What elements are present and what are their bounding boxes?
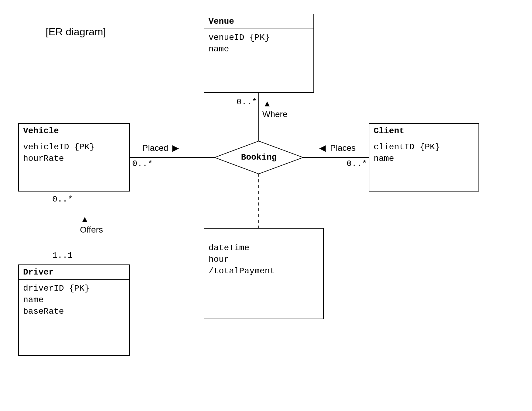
placed-label: Placed ▶: [142, 143, 179, 153]
vehicle-attr: hourRate: [23, 153, 125, 164]
vehicle-entity: Vehicle vehicleID {PK} hourRate: [18, 123, 130, 192]
assoc-attrs: dateTime hour /totalPayment: [204, 239, 323, 280]
driver-entity: Driver driverID {PK} name baseRate: [18, 264, 130, 356]
arrow-left-icon: ◀: [319, 143, 326, 153]
venue-multiplicity: 0..*: [237, 97, 257, 107]
booking-assoc-class: dateTime hour /totalPayment: [204, 228, 324, 319]
client-title: Client: [369, 124, 478, 138]
vehicle-offers-multiplicity: 0..*: [52, 195, 73, 204]
places-label: ◀ Places: [319, 143, 356, 153]
client-attr: clientID {PK}: [374, 141, 474, 153]
venue-attrs: venueID {PK} name: [204, 29, 313, 58]
venue-entity: Venue venueID {PK} name: [204, 14, 314, 93]
venue-title: Venue: [204, 14, 313, 29]
driver-attrs: driverID {PK} name baseRate: [19, 280, 129, 320]
vehicle-attr: vehicleID {PK}: [23, 141, 125, 153]
client-attrs: clientID {PK} name: [369, 138, 478, 168]
er-diagram-canvas: [ER diagram] Booking Venue venueID {PK} …: [0, 0, 532, 411]
driver-title: Driver: [19, 265, 129, 280]
venue-attr: venueID {PK}: [209, 32, 309, 43]
vehicle-title: Vehicle: [19, 124, 129, 138]
vehicle-multiplicity: 0..*: [132, 159, 153, 168]
placed-text: Placed: [142, 143, 168, 153]
booking-diamond: Booking: [215, 141, 303, 174]
client-attr: name: [374, 153, 474, 164]
arrow-up-icon: ▲: [263, 99, 271, 109]
client-multiplicity: 0..*: [347, 159, 367, 168]
where-label: Where: [262, 109, 287, 119]
driver-attr: baseRate: [23, 306, 125, 317]
diagram-title: [ER diagram]: [46, 26, 106, 38]
driver-attr: name: [23, 294, 125, 306]
arrow-up-icon: ▲: [81, 214, 89, 224]
driver-attr: driverID {PK}: [23, 283, 125, 294]
venue-attr: name: [209, 43, 309, 55]
arrow-right-icon: ▶: [172, 143, 179, 153]
driver-offers-multiplicity: 1..1: [52, 251, 73, 260]
assoc-attr: dateTime: [209, 242, 319, 254]
offers-label: Offers: [80, 225, 103, 235]
assoc-attr: /totalPayment: [209, 265, 319, 277]
booking-label: Booking: [215, 153, 303, 162]
assoc-title: [204, 229, 323, 239]
places-text: Places: [330, 143, 356, 153]
assoc-attr: hour: [209, 254, 319, 265]
vehicle-attrs: vehicleID {PK} hourRate: [19, 138, 129, 168]
client-entity: Client clientID {PK} name: [369, 123, 479, 192]
